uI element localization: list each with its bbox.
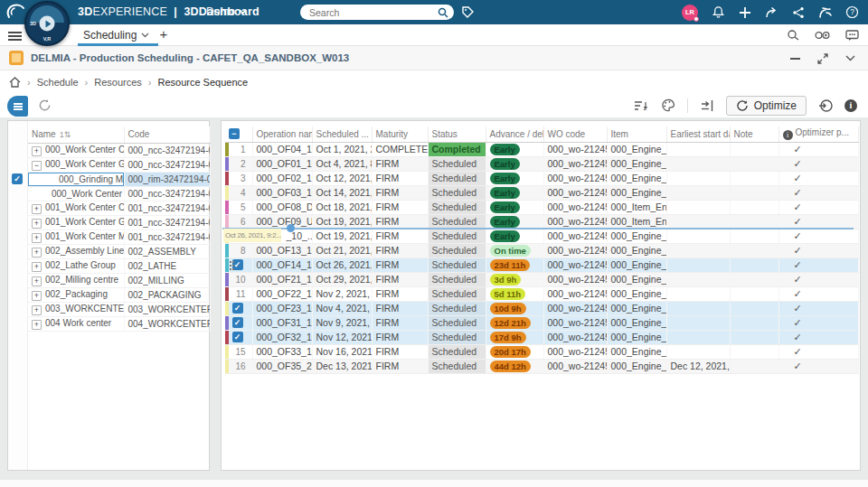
row-select-cell[interactable]: ✓ 9 [225,258,252,272]
advance-delay-cell[interactable]: Early [486,229,543,243]
scheduled-cell[interactable]: Dec 13, 2021, 8... [312,359,372,373]
advance-delay-cell[interactable]: On time [486,243,543,258]
tree-name-cell[interactable]: +002_Assembly Line [28,244,124,258]
wo-code-cell[interactable]: 000_wo-21245... [543,185,607,200]
search-input[interactable] [309,7,438,18]
note-cell[interactable] [730,142,778,156]
expander-icon[interactable]: + [32,291,42,301]
advance-delay-cell[interactable]: Early [486,214,543,229]
align-panel-icon[interactable] [700,99,714,112]
import-icon[interactable] [818,98,833,113]
tree-name-cell[interactable]: +001_Work Center Ce... [28,201,124,215]
row-checkbox[interactable]: ✓ [232,317,243,328]
home-icon[interactable] [9,77,21,88]
note-cell[interactable] [730,185,778,200]
user-avatar[interactable]: LR [682,5,698,21]
note-cell[interactable] [730,301,778,315]
color-palette-icon[interactable] [661,98,675,112]
operation-row[interactable]: ✓ 6 000_OF09_Usa... Oct 19, 2021, 3:... … [225,214,858,229]
expander-icon[interactable]: + [32,146,42,156]
earliest-start-cell[interactable]: Dec 12, 2021, 2... [666,359,730,373]
advance-delay-cell[interactable]: 3d 9h [486,272,543,286]
row-select-cell[interactable]: ✓ 1 [225,142,252,156]
share-nodes-icon[interactable] [792,6,805,19]
comments-icon[interactable] [845,30,859,42]
operation-name-cell[interactable]: 000_OF35_20_... [252,359,312,373]
column-item[interactable]: Item [607,126,666,142]
note-cell[interactable] [730,214,778,229]
note-cell[interactable] [730,243,778,258]
operation-row[interactable]: ✓ 4 000_OF03_10_... Oct 14, 2021, 4:... … [225,185,858,200]
tree-code-cell[interactable]: 002_PACKAGING [124,287,210,302]
operation-row[interactable]: ✓ 15 000_OF33_10_... Nov 16, 2021, 1... … [225,344,858,359]
status-cell[interactable]: Scheduled [428,344,486,359]
tree-name-cell[interactable]: +000_Work Center Ce... [28,143,124,157]
wo-code-cell[interactable]: 000_wo-21245... [543,272,607,286]
column-earliest-start[interactable]: Earliest start date [666,126,730,142]
operation-name-cell[interactable]: 000_OF33_10_... [252,344,312,359]
wo-code-cell[interactable]: 000_wo-21245... [543,301,607,315]
operation-name-cell[interactable]: 000_OF31_10_... [252,315,312,330]
wo-code-cell[interactable]: 000_wo-21245... [543,200,607,214]
column-wo-code[interactable]: WO code [543,126,607,142]
scheduled-cell[interactable]: Nov 16, 2021, 1... [312,344,372,359]
advance-delay-cell[interactable]: 17d 9h [486,330,543,344]
note-cell[interactable] [730,200,778,214]
drop-indicator-handle[interactable] [287,224,295,232]
operation-row[interactable]: ✓ 1 000_OF04_10_... Oct 1, 2021, 2:0... … [225,142,858,156]
page-search-icon[interactable] [787,29,800,42]
tree-code-cell[interactable]: 001_ncc-32472194-000_0... [124,215,210,229]
item-cell[interactable]: 000_Item_Engi... [607,200,666,214]
note-cell[interactable] [730,286,778,301]
maturity-cell[interactable]: FIRM [372,272,428,286]
status-cell[interactable]: Scheduled [428,301,486,315]
tree-code-cell[interactable]: 001_ncc-32472194-000_0... [124,229,210,244]
tree-row[interactable]: +002_Lathe Group 002_LATHE [28,258,210,273]
scheduled-cell[interactable]: Oct 26, 2021, 9:... [312,258,372,272]
operation-name-cell[interactable]: 000_OF32_10_... [252,330,312,344]
status-cell[interactable]: Scheduled [428,286,486,301]
tree-code-cell[interactable]: 004_WORKCENTER_Code [124,316,210,331]
status-cell[interactable]: Scheduled [428,272,486,286]
maturity-cell[interactable]: FIRM [372,200,428,214]
item-cell[interactable]: 000_Engine_Bl... [607,359,666,373]
scheduled-cell[interactable]: Nov 2, 2021, 10... [312,286,372,301]
compass-play-icon[interactable] [40,16,55,32]
scheduled-cell[interactable]: Oct 19, 2021, 7:... [312,229,372,243]
scheduled-cell[interactable]: Oct 1, 2021, 2:0... [312,142,372,156]
tree-code-cell[interactable]: 001_ncc-32472194-000_0... [124,201,210,215]
wo-code-cell[interactable]: 000_wo-21245... [543,156,607,171]
column-status[interactable]: Status [428,126,486,142]
item-cell[interactable]: 000_Engine_Bl... [607,344,666,359]
tree-row[interactable]: 000_Grinding Ma... 000_rim-32472194-000_… [28,172,210,186]
optimizer-cell[interactable]: ✓ [778,344,858,359]
maturity-cell[interactable]: FIRM [372,185,428,200]
scheduled-cell[interactable]: Oct 12, 2021, 8:... [312,171,372,185]
column-advance-delay[interactable]: Advance / delay [486,126,543,142]
tree-row[interactable]: +002_Packaging 002_PACKAGING [28,287,210,302]
expand-icon[interactable] [817,53,828,64]
maturity-cell[interactable]: FIRM [372,286,428,301]
optimize-button[interactable]: Optimize [726,96,807,116]
notifications-bell-icon[interactable] [712,5,725,19]
collapse-chevron-icon[interactable] [845,55,855,61]
tree-name-cell[interactable]: +001_Work Center Gri... [28,215,124,229]
operation-name-cell[interactable]: 000_OF08_Det... [252,200,312,214]
status-cell[interactable]: Scheduled [428,243,486,258]
expander-icon[interactable]: − [32,161,42,171]
status-cell[interactable]: Scheduled [428,229,486,243]
select-all-checkbox[interactable]: − [229,128,240,139]
wo-code-cell[interactable]: 000_wo-21245... [543,344,607,359]
add-tab-button[interactable]: + [156,26,172,42]
status-cell[interactable]: Scheduled [428,185,486,200]
item-cell[interactable]: 000_Engine_Bl... [607,330,666,344]
drag-handle-icon[interactable] [230,261,234,270]
scheduled-cell[interactable]: Nov 4, 2021, 12... [312,301,372,315]
earliest-start-cell[interactable] [666,200,730,214]
status-cell[interactable]: Scheduled [428,200,486,214]
tree-code-cell[interactable]: 002_ASSEMBLY [124,244,210,258]
row-select-cell[interactable]: ✓ 10 [225,272,252,286]
optimizer-cell[interactable]: ✓ [778,330,858,344]
wo-code-cell[interactable]: 000_wo-21245... [543,214,607,229]
column-maturity[interactable]: Maturity [372,126,428,142]
